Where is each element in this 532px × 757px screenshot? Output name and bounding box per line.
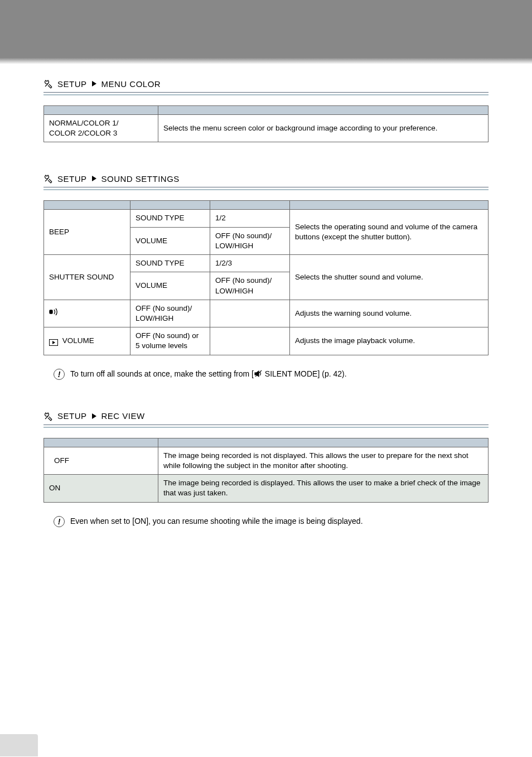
shutter-soundtype-value: 1/2/3 [210, 255, 290, 272]
rec-view-on-desc: The image being recorded is displayed. T… [158, 475, 489, 502]
rec-view-note: ! Even when set to [ON], you can resume … [54, 516, 489, 527]
shutter-volume-value: OFF (No sound)/ LOW/HIGH [210, 272, 290, 300]
silent-mode-icon [254, 370, 263, 378]
section-header-menu-color: SETUP MENU COLOR [43, 79, 489, 89]
empty-cell [210, 300, 290, 327]
setup-label: SETUP [57, 79, 87, 89]
page-tab-marker [0, 734, 38, 756]
arrow-right-icon [92, 176, 96, 181]
rec-view-label: REC VIEW [101, 411, 145, 421]
setup-tools-icon [43, 411, 54, 421]
section-header-rec-view: SETUP REC VIEW [43, 411, 489, 421]
menu-color-desc: Selects the menu screen color or backgro… [158, 115, 489, 142]
warning-desc: Adjusts the warning sound volume. [290, 300, 489, 327]
rec-view-on-label: ON [44, 475, 158, 502]
menu-color-label: MENU COLOR [101, 79, 161, 89]
rec-view-table: OFF The image being recorded is not disp… [43, 438, 489, 503]
beep-label: BEEP [44, 210, 130, 255]
beep-volume-value: OFF (No sound)/ LOW/HIGH [210, 227, 290, 254]
note-icon: ! [54, 516, 65, 527]
warning-sound-icon [49, 308, 61, 319]
double-rule [43, 92, 489, 95]
shutter-desc: Selects the shutter sound and volume. [290, 255, 489, 300]
section-header-sound-settings: SETUP SOUND SETTINGS [43, 173, 489, 184]
note-icon: ! [54, 369, 65, 380]
beep-desc: Selects the operating sound and volume o… [290, 210, 489, 255]
arrow-right-icon [92, 413, 96, 419]
sound-note: ! To turn off all sounds at once, make t… [54, 369, 489, 380]
playback-icon [49, 339, 58, 346]
rec-view-note-text: Even when set to [ON], you can resume sh… [70, 516, 363, 527]
shutter-volume-label: VOLUME [130, 272, 210, 300]
double-rule [43, 425, 489, 428]
sound-note-text: To turn off all sounds at once, make the… [70, 369, 347, 380]
warning-value: OFF (No sound)/ LOW/HIGH [130, 300, 210, 327]
play-volume-label: VOLUME [60, 336, 94, 345]
page-content: SETUP MENU COLOR NORMAL/COLOR 1/ COLOR 2… [0, 64, 532, 527]
play-volume-value: OFF (No sound) or 5 volume levels [130, 327, 210, 355]
svg-rect-0 [50, 310, 52, 314]
setup-tools-icon [43, 79, 54, 89]
shutter-soundtype-label: SOUND TYPE [130, 255, 210, 272]
setup-tools-icon [43, 173, 54, 184]
menu-color-table: NORMAL/COLOR 1/ COLOR 2/COLOR 3 Selects … [43, 105, 489, 142]
beep-soundtype-label: SOUND TYPE [130, 210, 210, 227]
rec-view-off-label: OFF [44, 447, 158, 474]
play-volume-desc: Adjusts the image playback volume. [290, 327, 489, 355]
sound-settings-table: BEEP SOUND TYPE 1/2 Selects the operatin… [43, 200, 489, 355]
sound-settings-label: SOUND SETTINGS [101, 174, 180, 184]
beep-soundtype-value: 1/2 [210, 210, 290, 227]
beep-volume-label: VOLUME [130, 227, 210, 254]
double-rule [43, 187, 489, 190]
play-volume-label-cell: VOLUME [44, 327, 130, 355]
top-banner [0, 0, 532, 64]
setup-label: SETUP [57, 411, 87, 421]
rec-view-off-desc: The image being recorded is not displaye… [158, 447, 489, 474]
empty-cell [210, 327, 290, 355]
arrow-right-icon [92, 81, 96, 86]
menu-color-options: NORMAL/COLOR 1/ COLOR 2/COLOR 3 [44, 115, 158, 142]
shutter-label: SHUTTER SOUND [44, 255, 130, 300]
warning-sound-icon-cell [44, 300, 130, 327]
setup-label: SETUP [57, 174, 87, 184]
